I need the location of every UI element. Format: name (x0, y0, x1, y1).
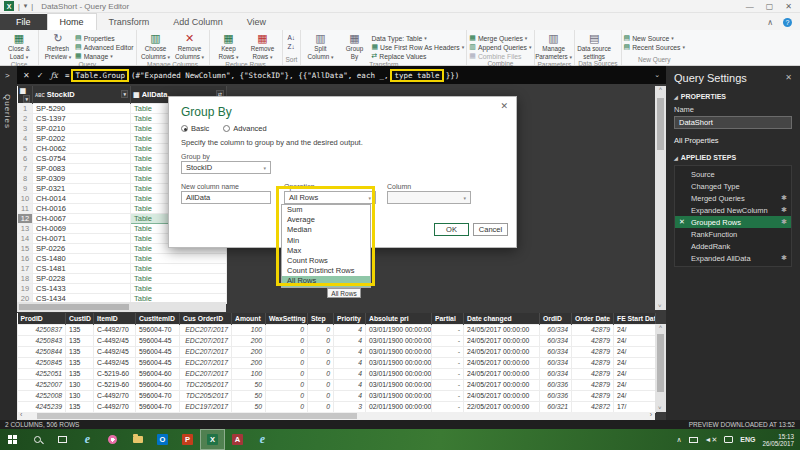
dialog-close-icon[interactable]: ✕ (500, 101, 508, 111)
hscroll-thumb[interactable] (37, 413, 357, 419)
commit-formula-icon[interactable]: ✓ (37, 71, 44, 80)
tab-home[interactable]: Home (47, 13, 97, 30)
data-cell[interactable]: C-4492/45 (94, 357, 136, 368)
bottom-vscrollbar[interactable]: ˄ ˅ (655, 324, 666, 412)
column-header[interactable]: Step (308, 313, 334, 324)
stockid-cell[interactable]: CS-1480 (33, 254, 131, 264)
dropdown-option[interactable]: Median (282, 225, 370, 235)
scroll-down-icon[interactable]: ˅ (658, 303, 662, 309)
row-number[interactable]: 13 (18, 224, 33, 234)
data-cell[interactable]: 4250843 (18, 335, 66, 346)
data-cell[interactable]: TDC205/2017 (180, 379, 232, 390)
show-hidden-icons-button[interactable]: ∧ (676, 436, 681, 444)
data-cell[interactable]: 4 (334, 324, 366, 335)
applied-step-item[interactable]: ✕ AddedRank ✱ (675, 240, 791, 252)
new-column-name-input[interactable]: AllData (181, 191, 271, 204)
formula-input[interactable]: = Table.Group (#"Expanded NewColumn", {"… (65, 69, 459, 82)
data-cell[interactable]: 596004-70 (136, 390, 180, 401)
hscroll-thumb[interactable] (19, 304, 129, 310)
stockid-cell[interactable]: CH-0062 (33, 144, 131, 154)
data-cell[interactable]: 03/01/1900 00:00:00 (366, 379, 432, 390)
data-cell[interactable]: 0 (266, 401, 308, 412)
table-corner-button[interactable]: ▦▾ (18, 86, 33, 104)
row-number[interactable]: 14 (18, 234, 33, 244)
data-cell[interactable]: 03/01/1900 00:00:00 (366, 335, 432, 346)
maximize-button[interactable]: ▢ (766, 2, 774, 11)
row-number[interactable]: 4 (18, 134, 33, 144)
stockid-cell[interactable]: CH-0016 (33, 204, 131, 214)
row-number[interactable]: 5 (18, 144, 33, 154)
row-number[interactable]: 6 (18, 154, 33, 164)
data-cell[interactable]: 60/334 (540, 357, 572, 368)
operation-select[interactable]: All Rows▾ (284, 191, 376, 204)
step-settings-gear-icon[interactable]: ✱ (781, 194, 787, 202)
tab-transform[interactable]: Transform (97, 14, 162, 30)
taskbar-photos-app[interactable] (100, 429, 125, 450)
data-cell[interactable]: EDC197/2017 (180, 401, 232, 412)
minimize-button[interactable]: — (746, 2, 754, 11)
stockid-cell[interactable]: SP-0226 (33, 244, 131, 254)
recent-sources-button[interactable]: ▤Recent Sources ▾ (624, 43, 686, 51)
replace-values-button[interactable]: ⇄Replace Values (371, 52, 464, 60)
row-number[interactable]: 2 (18, 114, 33, 124)
expand-formula-bar-icon[interactable]: ⌄ (654, 71, 660, 79)
stockid-cell[interactable]: SP-0202 (33, 134, 131, 144)
column-header[interactable]: CustID (66, 313, 94, 324)
data-cell[interactable]: 0 (266, 346, 308, 357)
expand-queries-icon[interactable]: > (5, 71, 10, 80)
stockid-cell[interactable]: CS-1481 (33, 264, 131, 274)
data-cell[interactable]: EDC207/2017 (180, 368, 232, 379)
row-number[interactable]: 19 (18, 284, 33, 294)
data-cell[interactable]: 135 (66, 324, 94, 335)
data-cell[interactable]: EDC207/2017 (180, 346, 232, 357)
data-cell[interactable]: 4250844 (18, 346, 66, 357)
tab-add-column[interactable]: Add Column (161, 14, 235, 30)
row-number[interactable]: 11 (18, 204, 33, 214)
applied-step-item[interactable]: ✕ Merged Queries ✱ (675, 192, 791, 204)
column-header[interactable]: Order Date (572, 313, 614, 324)
new-source-button[interactable]: ▤New Source ▾ (624, 34, 686, 42)
data-cell[interactable]: EDC207/2017 (180, 357, 232, 368)
data-cell[interactable]: 0 (308, 357, 334, 368)
close-and-load-button[interactable]: ▦ Close & Load ▾ (2, 32, 36, 61)
cancel-formula-icon[interactable]: ✕ (23, 71, 30, 80)
step-settings-gear-icon[interactable]: ✱ (781, 218, 787, 226)
scroll-down-icon[interactable]: ˅ (658, 405, 662, 411)
delete-step-icon[interactable]: ✕ (679, 218, 685, 226)
dropdown-option[interactable]: Max (282, 246, 370, 256)
row-number[interactable]: 15 (18, 244, 33, 254)
data-cell[interactable]: 0 (308, 368, 334, 379)
data-cell[interactable]: 0 (308, 390, 334, 401)
task-view-button[interactable] (50, 429, 75, 450)
data-cell[interactable]: 0 (308, 324, 334, 335)
taskbar-ie2[interactable]: e (250, 429, 275, 450)
column-select[interactable]: ▾ (387, 191, 471, 204)
data-cell[interactable]: - (432, 346, 464, 357)
qat-customize-icon[interactable]: ▾ (24, 2, 28, 10)
taskbar-access[interactable]: A (225, 429, 250, 450)
stockid-cell[interactable]: CH-0014 (33, 194, 131, 204)
data-cell[interactable]: - (432, 401, 464, 412)
data-cell[interactable]: 200 (232, 357, 266, 368)
taskbar-ie[interactable]: e (75, 429, 100, 450)
manage-parameters-button[interactable]: ▥ Manage Parameters ▾ (537, 32, 571, 61)
table-link-cell[interactable]: Table (131, 274, 227, 284)
query-settings-close-icon[interactable]: ✕ (785, 73, 792, 82)
row-number[interactable]: 10 (18, 194, 33, 204)
data-cell[interactable]: 60/334 (540, 324, 572, 335)
scroll-right-icon[interactable]: › (650, 411, 652, 418)
column-header[interactable]: OrdID (540, 313, 572, 324)
applied-step-item[interactable]: ✕ Grouped Rows ✱ (675, 216, 791, 228)
data-cell[interactable]: 0 (308, 379, 334, 390)
stockid-cell[interactable]: SP-0083 (33, 164, 131, 174)
sort-ascending-icon[interactable]: A↓ (288, 34, 296, 41)
data-cell[interactable]: - (432, 390, 464, 401)
data-cell[interactable]: 0 (266, 390, 308, 401)
data-cell[interactable]: 135 (66, 346, 94, 357)
row-number[interactable]: 17 (18, 264, 33, 274)
notification-icon[interactable] (724, 436, 733, 443)
dropdown-option[interactable]: Sum (282, 205, 370, 215)
data-cell[interactable]: 24/05/2017 00:00:00 (464, 324, 540, 335)
data-cell[interactable]: 4 (334, 357, 366, 368)
tab-view[interactable]: View (235, 14, 278, 30)
